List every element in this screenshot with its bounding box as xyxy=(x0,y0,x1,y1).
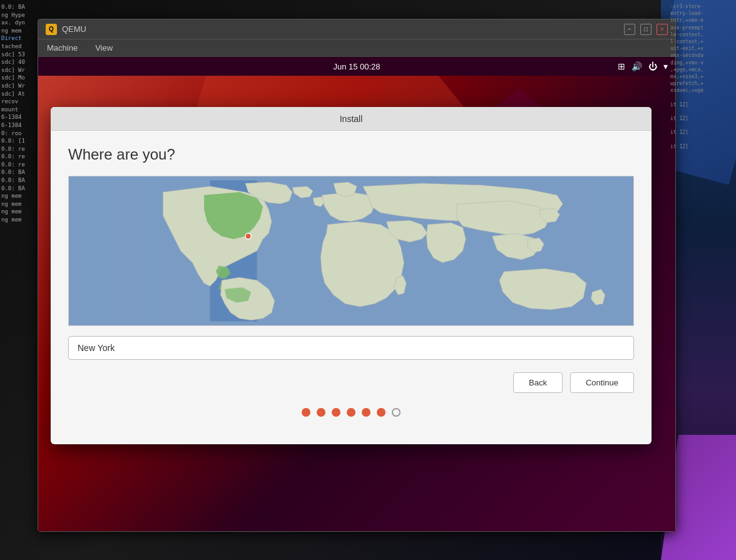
progress-dot-3 xyxy=(332,408,340,417)
maximize-button[interactable]: □ xyxy=(640,24,652,35)
term-line-2: ng Hype xyxy=(1,11,36,19)
term-line-20: 0.0: re xyxy=(1,153,36,161)
volume-icon[interactable]: 🔊 xyxy=(631,61,642,71)
term-line-21: 0.0: re xyxy=(1,161,36,169)
term-line-6: tached xyxy=(1,43,36,51)
term-line-27: ng mem xyxy=(1,208,36,216)
term-line-3: ax. dyn xyxy=(1,19,36,27)
progress-dot-2 xyxy=(317,408,325,417)
menu-machine[interactable]: Machine xyxy=(43,42,81,54)
svg-point-24 xyxy=(245,233,251,239)
qemu-window-title: QEMU xyxy=(62,24,624,34)
term-line-24: 0.0: BA xyxy=(1,185,36,193)
dialog-heading: Where are you? xyxy=(68,146,634,163)
install-dialog: Install Where are you? xyxy=(51,107,652,444)
term-line-10: sdc] Mo xyxy=(1,74,36,82)
network-icon[interactable]: ⊞ xyxy=(618,61,625,71)
qemu-icon-letter: Q xyxy=(49,26,54,33)
term-line-18: 0.0: [1 xyxy=(1,137,36,145)
qemu-window: Q QEMU − □ × Machine View Jun 15 00:28 ⊞… xyxy=(38,19,676,532)
term-line-13: recov xyxy=(1,98,36,106)
progress-dot-5 xyxy=(362,408,371,417)
term-line-25: ng mem xyxy=(1,192,36,200)
dialog-buttons: Back Continue xyxy=(68,372,634,393)
ubuntu-desktop: Install Where are you? xyxy=(38,76,675,531)
ubuntu-topbar: Jun 15 00:28 ⊞ 🔊 ⏻ ▾ xyxy=(38,57,675,76)
power-icon[interactable]: ⏻ xyxy=(648,61,657,71)
term-line-8: sdc] 40 xyxy=(1,58,36,66)
minimize-button[interactable]: − xyxy=(624,24,635,35)
progress-dots xyxy=(68,408,634,429)
timezone-input-wrap xyxy=(68,336,634,360)
qemu-titlebar: Q QEMU − □ × xyxy=(38,19,675,39)
term-line-17: 0: roo xyxy=(1,130,36,138)
dialog-content: Where are you? xyxy=(51,131,652,444)
term-line-19: 0.0: re xyxy=(1,145,36,153)
term-line-1: 0.0: BA xyxy=(1,3,36,11)
close-button[interactable]: × xyxy=(657,24,668,35)
qemu-menubar: Machine View xyxy=(38,39,675,57)
right-terminal-text: -cr3-store- entry-load- intr,+vmx-e ave-… xyxy=(667,0,736,153)
qemu-app-icon: Q xyxy=(46,24,57,35)
timezone-input[interactable] xyxy=(68,336,634,360)
progress-dot-4 xyxy=(347,408,355,417)
window-controls: − □ × xyxy=(624,24,668,35)
menu-view[interactable]: View xyxy=(91,42,116,54)
world-map[interactable] xyxy=(68,176,634,326)
progress-dot-1 xyxy=(302,408,310,417)
term-line-28: ng mem xyxy=(1,216,36,224)
term-line-22: 0.0: BA xyxy=(1,168,36,176)
term-line-7: sdc] 53 xyxy=(1,51,36,59)
topbar-icons: ⊞ 🔊 ⏻ ▾ xyxy=(618,61,668,71)
term-line-23: 0.0: BA xyxy=(1,176,36,185)
world-map-svg xyxy=(69,176,633,325)
term-line-26: ng mem xyxy=(1,200,36,208)
term-line-16: 6-1384 xyxy=(1,121,36,130)
dialog-title: Install xyxy=(340,114,363,124)
progress-dot-6 xyxy=(377,408,386,417)
term-line-15: 6-1384 xyxy=(1,113,36,121)
term-line-12: sdc] At xyxy=(1,90,36,98)
term-line-4: ng mem xyxy=(1,27,36,35)
dialog-titlebar: Install xyxy=(51,107,652,131)
continue-button[interactable]: Continue xyxy=(570,372,634,393)
back-button[interactable]: Back xyxy=(513,372,563,393)
terminal-output-left: 0.0: BA ng Hype ax. dyn ng mem Direct ta… xyxy=(0,0,38,560)
progress-dot-7 xyxy=(392,408,401,417)
term-line-11: sdc] Wr xyxy=(1,82,36,90)
term-line-9: sdc] Wr xyxy=(1,66,36,74)
term-line-14: mount xyxy=(1,106,36,114)
term-line-5: Direct xyxy=(1,34,36,43)
topbar-datetime: Jun 15 00:28 xyxy=(333,62,380,71)
